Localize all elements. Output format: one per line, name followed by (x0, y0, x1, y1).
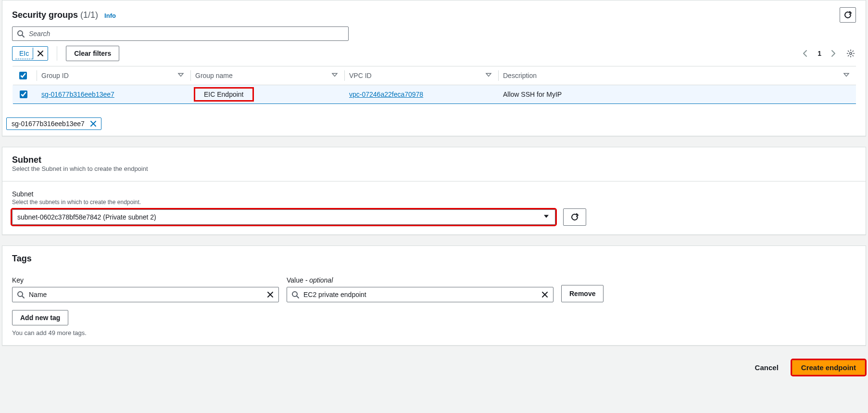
search-icon (17, 30, 25, 38)
info-link[interactable]: Info (104, 12, 116, 19)
group-name-cell: EIC Endpoint (195, 89, 252, 100)
pager: 1 (800, 48, 856, 59)
col-description: Description (503, 72, 537, 79)
page-title: Security groups (12, 10, 78, 20)
pager-number: 1 (818, 50, 821, 57)
table-row[interactable]: sg-01677b316eeb13ee7 EIC Endpoint vpc-07… (13, 85, 856, 104)
pager-next[interactable] (828, 48, 839, 59)
security-groups-title-row: Security groups (1/1) Info (12, 10, 116, 20)
col-group-name: Group name (195, 72, 233, 79)
sort-icon[interactable] (177, 71, 185, 80)
col-group-id: Group ID (41, 72, 69, 79)
chevron-down-icon (542, 213, 550, 222)
settings-button[interactable] (845, 48, 856, 59)
sg-count: (1/1) (80, 10, 98, 20)
refresh-icon (844, 11, 852, 19)
tags-heading: Tags (12, 254, 856, 264)
divider (57, 46, 57, 61)
refresh-subnets-button[interactable] (563, 208, 586, 226)
chevron-right-icon (829, 49, 838, 58)
refresh-button[interactable] (840, 7, 856, 23)
tag-value-label: Value (287, 276, 303, 284)
close-icon (37, 50, 44, 57)
vpc-id-link[interactable]: vpc-07246a22feca70978 (349, 90, 423, 98)
sort-icon[interactable] (843, 71, 850, 80)
tag-value-input[interactable] (287, 287, 554, 302)
search-icon (17, 291, 25, 298)
remove-tag-button[interactable]: Remove (561, 285, 604, 302)
selected-sg-token: sg-01677b316eeb13ee7 (6, 117, 101, 130)
refresh-icon (571, 213, 579, 221)
search-input[interactable] (12, 26, 349, 41)
tag-key-label: Key (12, 276, 279, 284)
description-cell: Allow SSH for MyIP (503, 90, 562, 98)
subnet-field-hint: Select the subnets in which to create th… (12, 199, 856, 206)
subnet-field-label: Subnet (12, 190, 856, 198)
filter-chip-label: EIc (15, 48, 33, 59)
subnet-heading-hint: Select the Subnet in which to create the… (12, 165, 856, 172)
clear-icon[interactable] (266, 291, 274, 298)
sort-icon[interactable] (485, 71, 492, 80)
tag-limit-text: You can add 49 more tags. (12, 329, 856, 336)
select-all-checkbox[interactable] (19, 72, 27, 79)
search-icon (291, 291, 299, 298)
create-endpoint-button[interactable]: Create endpoint (792, 360, 865, 375)
col-vpc-id: VPC ID (349, 72, 372, 79)
row-checkbox[interactable] (20, 90, 27, 98)
tags-panel: Tags Key Value - optional (2, 245, 866, 346)
filter-chip[interactable]: EIc (12, 46, 48, 61)
subnet-select[interactable]: subnet-0602c378bf58e7842 (Private subnet… (12, 209, 555, 225)
sort-icon[interactable] (331, 71, 339, 80)
gear-icon (846, 49, 855, 58)
filter-chip-remove[interactable] (33, 48, 48, 59)
chevron-left-icon (801, 49, 810, 58)
security-groups-table: Group ID Group name VPC ID Description (12, 66, 856, 104)
footer: Cancel Create endpoint (2, 356, 866, 381)
subnet-heading: Subnet (12, 155, 856, 165)
clear-filters-button[interactable]: Clear filters (66, 46, 119, 61)
close-icon[interactable] (89, 120, 97, 128)
security-groups-panel: Security groups (1/1) Info EIc (2, 0, 866, 136)
subnet-select-value: subnet-0602c378bf58e7842 (Private subnet… (17, 213, 156, 221)
tag-key-input[interactable] (12, 287, 279, 302)
pager-prev[interactable] (800, 48, 811, 59)
tag-value-optional: - optional (303, 276, 333, 284)
add-tag-button[interactable]: Add new tag (12, 310, 68, 325)
subnet-panel: Subnet Select the Subnet in which to cre… (2, 147, 866, 235)
group-id-link[interactable]: sg-01677b316eeb13ee7 (41, 90, 114, 98)
token-label: sg-01677b316eeb13ee7 (12, 120, 85, 128)
clear-icon[interactable] (541, 291, 549, 298)
search-wrap (12, 26, 349, 41)
cancel-button[interactable]: Cancel (748, 361, 785, 374)
